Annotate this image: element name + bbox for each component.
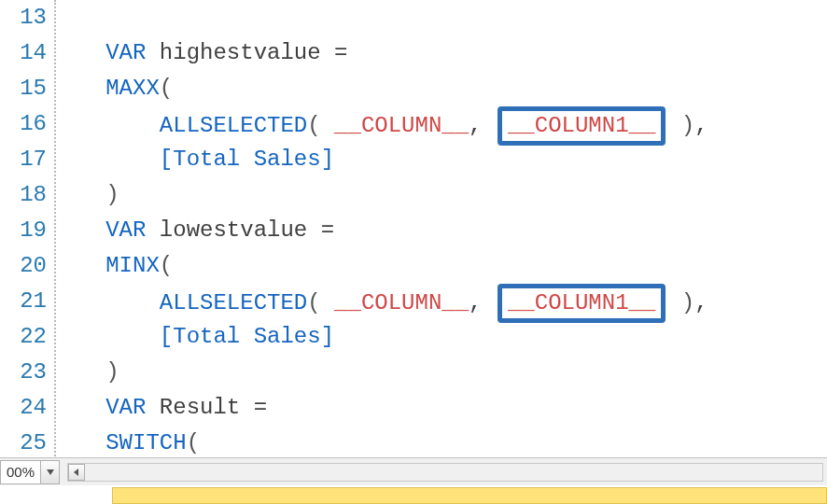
keyword-var: VAR [105, 40, 146, 65]
measure-ref: [Total Sales] [160, 147, 334, 172]
paren-open: ( [187, 430, 200, 455]
code-line[interactable]: [Total Sales] [65, 142, 827, 177]
operator-equals: = [334, 40, 347, 65]
placeholder-column1: __COLUMN1__ [508, 290, 655, 315]
keyword-minx: MINX [105, 253, 160, 278]
bottom-highlight-strip [112, 487, 827, 504]
code-line[interactable]: VAR lowestvalue = [65, 213, 827, 248]
code-line[interactable]: [Total Sales] [65, 319, 827, 355]
keyword-maxx: MAXX [105, 76, 160, 101]
paren-open: ( [160, 76, 173, 101]
code-line[interactable]: MAXX( [65, 71, 827, 106]
code-line[interactable] [65, 0, 827, 35]
horizontal-scrollbar[interactable] [67, 463, 823, 482]
paren-open: ( [307, 113, 320, 138]
line-number: 15 [0, 71, 54, 106]
line-number: 21 [0, 284, 54, 319]
identifier: highestvalue [160, 40, 321, 65]
line-number: 23 [0, 355, 54, 390]
code-line[interactable]: ) [65, 355, 827, 390]
paren-open: ( [307, 290, 320, 315]
line-number: 19 [0, 213, 54, 248]
keyword-var: VAR [105, 217, 146, 243]
keyword-allselected: ALLSELECTED [160, 113, 307, 138]
highlight-box: __COLUMN1__ [498, 284, 666, 323]
scroll-left-button[interactable] [68, 464, 85, 481]
paren-close: ) [105, 359, 119, 385]
code-line[interactable]: SWITCH( [65, 426, 827, 461]
identifier: Result [160, 395, 240, 420]
line-number: 24 [0, 390, 54, 426]
status-bar: 00% [0, 457, 827, 485]
code-line[interactable]: MINX( [65, 248, 827, 284]
paren-close: ) [681, 113, 694, 138]
chevron-down-icon [47, 469, 54, 475]
zoom-value: 00% [1, 464, 40, 480]
comma: , [469, 113, 482, 138]
line-number: 20 [0, 248, 54, 284]
paren-close: ) [105, 182, 119, 207]
line-number: 16 [0, 106, 54, 142]
scroll-track[interactable] [85, 464, 822, 481]
comma: , [694, 113, 708, 138]
placeholder-column: __COLUMN__ [334, 290, 469, 315]
keyword-switch: SWITCH [105, 430, 186, 455]
code-editor[interactable]: 13 14 15 16 17 18 19 20 21 22 23 24 25 V… [0, 0, 827, 467]
identifier: lowestvalue [160, 217, 307, 243]
code-line[interactable]: ALLSELECTED( __COLUMN__, __COLUMN1__ ), [65, 106, 827, 142]
comma: , [694, 290, 708, 315]
line-number: 14 [0, 35, 54, 71]
code-line[interactable]: ALLSELECTED( __COLUMN__, __COLUMN1__ ), [65, 284, 827, 319]
code-line[interactable]: ) [65, 177, 827, 213]
highlight-box: __COLUMN1__ [498, 106, 666, 146]
zoom-control[interactable]: 00% [0, 460, 60, 484]
line-number: 13 [0, 0, 54, 35]
line-number: 17 [0, 142, 54, 177]
code-line[interactable]: VAR highestvalue = [65, 35, 827, 71]
placeholder-column1: __COLUMN1__ [508, 113, 655, 138]
paren-close: ) [681, 290, 694, 315]
measure-ref: [Total Sales] [160, 324, 334, 349]
triangle-left-icon [73, 469, 80, 476]
operator-equals: = [321, 217, 334, 243]
line-number-gutter: 13 14 15 16 17 18 19 20 21 22 23 24 25 [0, 0, 56, 467]
code-line[interactable]: VAR Result = [65, 390, 827, 426]
keyword-allselected: ALLSELECTED [160, 290, 307, 315]
operator-equals: = [254, 395, 267, 420]
zoom-dropdown-button[interactable] [40, 461, 59, 483]
code-text-area[interactable]: VAR highestvalue = MAXX( ALLSELECTED( __… [56, 0, 827, 467]
placeholder-column: __COLUMN__ [334, 113, 469, 138]
line-number: 22 [0, 319, 54, 355]
line-number: 25 [0, 426, 54, 461]
line-number: 18 [0, 177, 54, 213]
comma: , [469, 290, 482, 315]
keyword-var: VAR [105, 395, 146, 420]
paren-open: ( [160, 253, 173, 278]
